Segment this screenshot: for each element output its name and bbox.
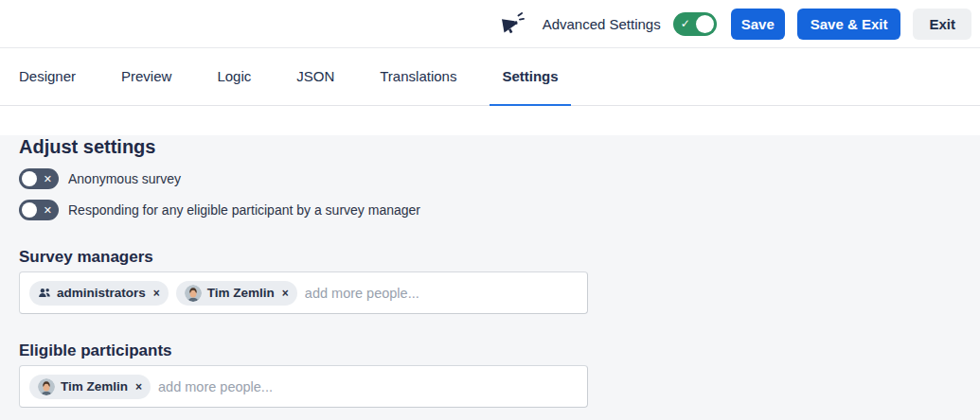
tag-tim-zemlin: Tim Zemlin × [176, 281, 297, 306]
tab-translations[interactable]: Translations [367, 48, 469, 106]
top-toolbar: Advanced Settings ✓ Save Save & Exit Exi… [0, 0, 980, 48]
tag-administrators: administrators × [29, 281, 169, 306]
tab-bar: Designer Preview Logic JSON Translations… [0, 48, 980, 106]
remove-tag-icon[interactable]: × [282, 288, 289, 299]
avatar [185, 285, 202, 302]
megaphone-icon [498, 9, 525, 38]
tag-label: Tim Zemlin [61, 379, 128, 394]
responding-for-participant-label: Responding for any eligible participant … [68, 202, 420, 218]
tab-settings[interactable]: Settings [490, 48, 570, 106]
advanced-settings-label: Advanced Settings [543, 16, 661, 32]
survey-managers-title: Survey managers [19, 247, 961, 267]
tab-logic[interactable]: Logic [205, 48, 263, 106]
tag-label: Tim Zemlin [207, 286, 275, 300]
advanced-settings-toggle[interactable]: ✓ [673, 12, 717, 36]
tab-preview[interactable]: Preview [109, 48, 184, 106]
toggle-knob [22, 202, 37, 218]
anonymous-survey-row: ✕ Anonymous survey [19, 168, 961, 189]
tag-label: administrators [57, 286, 146, 300]
save-and-exit-button[interactable]: Save & Exit [797, 9, 901, 40]
survey-managers-input-box[interactable]: administrators × Tim Zemlin × [19, 271, 588, 314]
settings-panel: Adjust settings ✕ Anonymous survey ✕ Res… [0, 135, 980, 420]
remove-tag-icon[interactable]: × [135, 381, 142, 393]
add-eligible-participant-input[interactable] [158, 379, 578, 394]
responding-for-participant-row: ✕ Responding for any eligible participan… [19, 200, 961, 220]
tab-designer[interactable]: Designer [7, 48, 88, 106]
group-icon [38, 287, 51, 300]
toggle-knob [696, 15, 714, 33]
anonymous-survey-label: Anonymous survey [68, 171, 181, 186]
x-icon: ✕ [44, 172, 52, 185]
add-survey-manager-input[interactable] [305, 286, 578, 301]
anonymous-survey-toggle[interactable]: ✕ [19, 168, 59, 189]
x-icon: ✕ [44, 203, 52, 217]
toggle-knob [22, 171, 37, 186]
responding-for-participant-toggle[interactable]: ✕ [19, 200, 59, 220]
avatar [38, 378, 55, 395]
eligible-participants-title: Eligible participants [19, 341, 961, 360]
save-button[interactable]: Save [731, 9, 785, 40]
check-icon: ✓ [681, 17, 690, 30]
remove-tag-icon[interactable]: × [153, 288, 160, 299]
exit-button[interactable]: Exit [913, 9, 971, 40]
eligible-participants-input-box[interactable]: Tim Zemlin × [19, 365, 588, 408]
tab-json[interactable]: JSON [284, 48, 347, 106]
page-title: Adjust settings [19, 135, 961, 158]
tag-tim-zemlin: Tim Zemlin × [29, 375, 151, 399]
